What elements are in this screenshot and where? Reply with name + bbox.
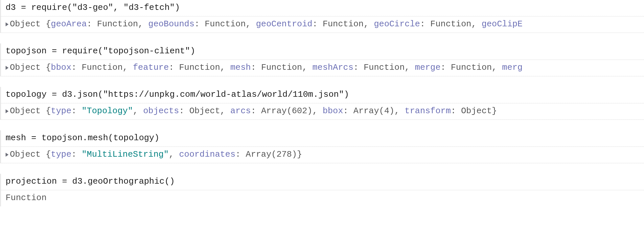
colon-sep: : <box>71 63 81 72</box>
output-prefix: Object { <box>10 149 51 159</box>
colon-sep: : <box>195 19 205 29</box>
output-key: bbox <box>51 63 71 72</box>
output-prefix: Object { <box>10 106 51 116</box>
colon-sep: : <box>87 19 97 29</box>
colon-sep: : <box>169 63 179 72</box>
comma-sep: , <box>220 63 230 72</box>
expand-caret-icon[interactable] <box>6 66 9 70</box>
cell-output[interactable]: Object {type: "Topology", objects: Objec… <box>1 103 644 120</box>
comma-sep: , <box>394 106 404 116</box>
comma-sep: , <box>302 63 312 72</box>
output-key: mesh <box>230 63 251 72</box>
output-key: geoCentroid <box>256 19 312 29</box>
output-key: meshArcs <box>312 63 354 72</box>
colon-sep: : <box>71 106 81 116</box>
cell-output[interactable]: Object {geoArea: Function, geoBounds: Fu… <box>1 16 644 33</box>
colon-sep: : <box>343 106 353 116</box>
output-value: Array(278) <box>246 149 297 159</box>
cell-code[interactable]: d3 = require("d3-geo", "d3-fetch") <box>1 0 644 16</box>
comma-sep: , <box>471 19 481 29</box>
colon-sep: : <box>441 63 451 72</box>
comma-sep: , <box>246 19 256 29</box>
output-key: geoBounds <box>148 19 194 29</box>
colon-sep: : <box>179 106 189 116</box>
output-value: Object <box>461 106 492 116</box>
colon-sep: : <box>354 63 364 72</box>
cell-output[interactable]: Object {type: "MultiLineString", coordin… <box>1 147 644 163</box>
comma-sep: , <box>220 106 230 116</box>
comma-sep: , <box>364 19 374 29</box>
cell-code[interactable]: mesh = topojson.mesh(topology) <box>1 130 644 147</box>
output-key: coordinates <box>179 149 236 159</box>
output-value: "MultiLineString" <box>81 149 169 159</box>
output-suffix: } <box>297 149 302 159</box>
output-value: Function <box>205 19 246 29</box>
colon-sep: : <box>251 106 261 116</box>
cell-code[interactable]: topojson = require("topojson-client") <box>1 43 644 60</box>
output-value: Function <box>81 63 123 72</box>
notebook-cell: mesh = topojson.mesh(topology)Object {ty… <box>0 130 644 163</box>
output-key: merge <box>415 63 441 72</box>
colon-sep: : <box>312 19 323 29</box>
expand-caret-icon[interactable] <box>6 109 9 113</box>
output-key: geoCircle <box>374 19 420 29</box>
colon-sep: : <box>71 149 81 159</box>
comma-sep: , <box>123 63 133 72</box>
colon-sep: : <box>251 63 261 72</box>
output-value: Function <box>451 63 492 72</box>
output-value: "Topology" <box>81 106 133 116</box>
output-suffix: } <box>492 106 497 116</box>
output-key: type <box>51 106 71 116</box>
output-value: Function <box>430 19 472 29</box>
cell-code[interactable]: projection = d3.geoOrthographic() <box>1 174 644 190</box>
output-key: type <box>51 149 71 159</box>
output-value: Function <box>179 63 220 72</box>
expand-caret-icon[interactable] <box>6 22 9 26</box>
comma-sep: , <box>138 19 148 29</box>
colon-sep: : <box>236 149 246 159</box>
output-value: Function <box>6 193 47 203</box>
output-value: Function <box>97 19 138 29</box>
output-value: Array(4) <box>354 106 395 116</box>
comma-sep: , <box>312 106 323 116</box>
output-key: arcs <box>230 106 251 116</box>
output-prefix: Object { <box>10 63 51 72</box>
output-key: geoClipE <box>482 19 523 29</box>
notebook-cell: d3 = require("d3-geo", "d3-fetch")Object… <box>0 0 644 33</box>
expand-caret-icon[interactable] <box>6 153 9 157</box>
output-value: Function <box>261 63 302 72</box>
output-key: objects <box>143 106 179 116</box>
output-key: transform <box>405 106 451 116</box>
cell-output: Function <box>1 190 644 206</box>
colon-sep: : <box>420 19 430 29</box>
output-key: merg <box>502 63 522 72</box>
output-value: Function <box>323 19 364 29</box>
output-prefix: Object { <box>10 19 51 29</box>
output-value: Array(602) <box>261 106 312 116</box>
notebook-cell: projection = d3.geoOrthographic()Functio… <box>0 174 644 206</box>
output-key: geoArea <box>51 19 87 29</box>
comma-sep: , <box>169 149 179 159</box>
output-key: feature <box>133 63 169 72</box>
output-key: bbox <box>323 106 343 116</box>
notebook-cell: topojson = require("topojson-client")Obj… <box>0 43 644 76</box>
notebook-cell: topology = d3.json("https://unpkg.com/wo… <box>0 87 644 120</box>
comma-sep: , <box>133 106 143 116</box>
comma-sep: , <box>492 63 502 72</box>
output-value: Object <box>189 106 220 116</box>
cell-code[interactable]: topology = d3.json("https://unpkg.com/wo… <box>1 87 644 103</box>
cell-output[interactable]: Object {bbox: Function, feature: Functio… <box>1 60 644 76</box>
colon-sep: : <box>451 106 461 116</box>
output-value: Function <box>364 63 405 72</box>
comma-sep: , <box>405 63 415 72</box>
